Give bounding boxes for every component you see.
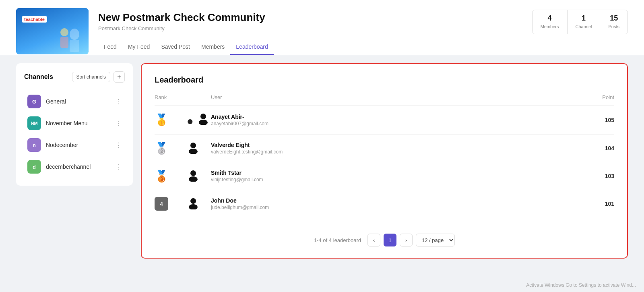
community-stats: 4 Members 1 Channel 15 Posts — [532, 10, 628, 34]
channel-menu-november-menu[interactable]: ⋮ — [115, 120, 122, 127]
user-email-3: vinijr.testing@gmail.com — [211, 177, 582, 182]
svg-point-0 — [70, 29, 79, 40]
user-avatar-icon: ● — [187, 115, 210, 127]
col-rank: Rank — [155, 94, 187, 106]
svg-point-2 — [60, 28, 68, 36]
channel-label: Channel — [576, 24, 592, 29]
sort-channels-button[interactable]: Sort channels — [72, 72, 110, 82]
silver-medal-icon: 🥈 — [155, 142, 187, 155]
gold-medal-icon: 🥇 — [155, 113, 187, 126]
channel-menu-nodecember[interactable]: ⋮ — [115, 141, 122, 149]
avatar-cell-2 — [187, 135, 211, 162]
prev-page-button[interactable]: ‹ — [367, 234, 380, 246]
user-cell-3: Smith Tstar vinijr.testing@gmail.com — [211, 162, 582, 190]
rank-cell-4: 4 — [155, 190, 187, 218]
svg-point-7 — [189, 149, 198, 154]
point-cell-1: 105 — [582, 106, 614, 135]
svg-point-8 — [190, 170, 196, 176]
point-cell-3: 103 — [582, 162, 614, 190]
channel-count: 1 — [576, 14, 592, 23]
rank-cell-1: 🥇 — [155, 106, 187, 135]
user-name-2: Valverde Eight — [211, 142, 582, 148]
user-cell-4: John Doe jude.bellighum@gmail.com — [211, 190, 582, 218]
channel-list: G General ⋮ NM November Menu ⋮ n Nodecem… — [24, 91, 125, 178]
posts-label: Posts — [608, 24, 619, 29]
channel-icon-november-menu: NM — [27, 116, 41, 130]
rank-badge-4: 4 — [155, 197, 168, 211]
windows-watermark: Activate Windows Go to Settings to activ… — [526, 282, 636, 288]
sidebar-actions: Sort channels + — [72, 71, 125, 83]
bronze-medal-icon: 🥉 — [155, 170, 187, 183]
leaderboard-panel: Leaderboard Rank User Point 🥇 ● — [141, 63, 628, 259]
svg-point-6 — [190, 143, 196, 148]
channel-item-nodecember[interactable]: n Nodecember ⋮ — [24, 134, 125, 156]
table-row: 4 John Doe jude.bellighum@gmail.com 101 — [155, 190, 614, 218]
channel-item-decemberchannel[interactable]: d decemberchannel ⋮ — [24, 156, 125, 178]
svg-point-11 — [189, 204, 198, 209]
channel-item-november-menu[interactable]: NM November Menu ⋮ — [24, 112, 125, 134]
main-content: Channels Sort channels + G General ⋮ NM … — [0, 55, 644, 267]
svg-point-10 — [190, 198, 196, 204]
channel-icon-decemberchannel: d — [27, 160, 41, 174]
sidebar-title: Channels — [24, 73, 53, 81]
svg-rect-1 — [70, 40, 79, 52]
banner-image: teachable — [16, 8, 89, 54]
col-avatar — [187, 94, 211, 106]
point-cell-2: 104 — [582, 135, 614, 162]
channel-menu-decemberchannel[interactable]: ⋮ — [115, 163, 122, 171]
members-label: Members — [541, 24, 559, 29]
svg-point-5 — [199, 120, 208, 125]
user-email-4: jude.bellighum@gmail.com — [211, 205, 582, 210]
stat-posts: 15 Posts — [600, 10, 627, 34]
svg-rect-3 — [60, 37, 68, 48]
teachable-badge: teachable — [22, 16, 47, 23]
pagination-info: 1-4 of 4 leaderboard — [314, 237, 361, 243]
svg-point-4 — [200, 114, 206, 119]
table-row: 🥉 Smith Tstar vinijr.testing@gmail.com 1… — [155, 162, 614, 190]
avatar-cell-4 — [187, 190, 211, 218]
user-name-4: John Doe — [211, 197, 582, 204]
rank-cell-3: 🥉 — [155, 162, 187, 190]
top-banner: teachable New Postmark Check Community P… — [0, 0, 644, 55]
add-channel-button[interactable]: + — [114, 71, 125, 83]
rank-cell-2: 🥈 — [155, 135, 187, 162]
page-1-button[interactable]: 1 — [384, 234, 396, 246]
avatar-cell-3 — [187, 162, 211, 190]
channel-icon-general: G — [27, 95, 41, 108]
per-page-select[interactable]: 12 / page 24 / page 48 / page — [416, 234, 455, 246]
svg-point-9 — [189, 176, 198, 182]
table-row: 🥇 ● Anayet Abir- anayetabir007@gmail.com… — [155, 106, 614, 135]
tab-saved-post[interactable]: Saved Post — [155, 39, 196, 55]
channel-name-decemberchannel: decemberchannel — [46, 164, 110, 170]
table-row: 🥈 Valverde Eight valverdeEight.testing@g… — [155, 135, 614, 162]
col-point: Point — [582, 94, 614, 106]
user-name-3: Smith Tstar — [211, 170, 582, 176]
channel-item-general[interactable]: G General ⋮ — [24, 91, 125, 112]
sidebar-header: Channels Sort channels + — [24, 71, 125, 83]
tab-my-feed[interactable]: My Feed — [122, 39, 155, 55]
tab-members[interactable]: Members — [196, 39, 230, 55]
next-page-button[interactable]: › — [400, 234, 413, 246]
col-user: User — [211, 94, 582, 106]
tab-leaderboard[interactable]: Leaderboard — [230, 39, 273, 55]
user-cell-1: Anayet Abir- anayetabir007@gmail.com — [211, 106, 582, 135]
stat-channel: 1 Channel — [568, 10, 601, 34]
channel-name-general: General — [46, 98, 110, 105]
user-cell-2: Valverde Eight valverdeEight.testing@gma… — [211, 135, 582, 162]
point-cell-4: 101 — [582, 190, 614, 218]
user-name-1: Anayet Abir- — [211, 114, 582, 120]
sidebar: Channels Sort channels + G General ⋮ NM … — [16, 63, 133, 186]
channel-menu-general[interactable]: ⋮ — [115, 98, 122, 106]
posts-count: 15 — [608, 14, 619, 23]
pagination: 1-4 of 4 leaderboard ‹ 1 › 12 / page 24 … — [155, 227, 614, 246]
channel-icon-nodecember: n — [27, 138, 41, 152]
nav-tabs: Feed My Feed Saved Post Members Leaderbo… — [98, 39, 628, 55]
tab-feed[interactable]: Feed — [98, 39, 122, 55]
user-email-1: anayetabir007@gmail.com — [211, 121, 582, 126]
user-email-2: valverdeEight.testing@gmail.com — [211, 149, 582, 155]
members-count: 4 — [541, 14, 559, 23]
channel-name-november-menu: November Menu — [46, 120, 110, 126]
channel-name-nodecember: Nodecember — [46, 142, 110, 148]
leaderboard-title: Leaderboard — [155, 75, 614, 85]
leaderboard-table: Rank User Point 🥇 ● — [155, 94, 614, 217]
